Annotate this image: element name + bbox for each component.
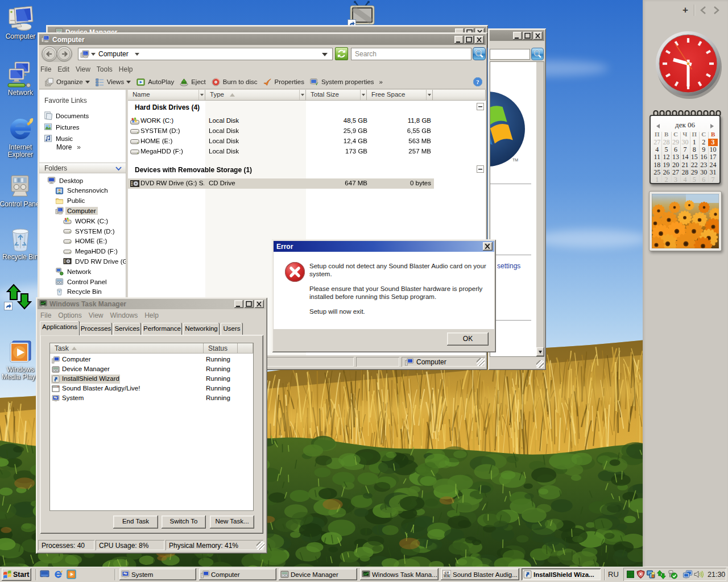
dvd-row-selected[interactable]: DVD RW Drive (G:) S... CD Drive 647 MB 0… (128, 178, 434, 189)
quick-launch-ie-small[interactable] (53, 569, 64, 580)
calendar-day[interactable]: 12 (661, 153, 671, 161)
favorite-link-pictures[interactable]: Pictures (43, 122, 123, 132)
sidebar-add-gadget-button[interactable]: + (680, 5, 690, 16)
task-row-device-manager[interactable]: Device Manager Running (51, 365, 252, 375)
calendar-day[interactable]: 10 (708, 146, 717, 153)
search-box[interactable]: Search (351, 48, 471, 60)
tree-item-public[interactable]: Public (55, 196, 86, 206)
tray-monitors-tray-icon[interactable] (683, 570, 692, 579)
calendar-day[interactable]: 17 (708, 153, 717, 161)
favorites-more-link[interactable]: More» (56, 143, 80, 151)
address-chevron-icon[interactable] (91, 53, 96, 58)
column-header-type[interactable]: Type (205, 90, 306, 101)
task-row-installshield-wizard[interactable]: InstallShield Wizard Running (51, 375, 252, 384)
system-search-field[interactable] (490, 49, 530, 60)
calendar-day[interactable]: 21 (680, 161, 689, 169)
calendar-day[interactable]: 16 (699, 153, 708, 161)
column-filter-dropdown[interactable] (426, 90, 432, 100)
tree-item-schensnovich[interactable]: Schensnovich (55, 186, 109, 196)
calendar-day[interactable]: 6 (699, 176, 708, 184)
calendar-day[interactable]: 4 (652, 146, 661, 153)
quick-launch-show-desktop[interactable] (40, 569, 50, 580)
calendar-day[interactable]: 6 (671, 146, 680, 153)
tree-item-network[interactable]: Network (55, 267, 92, 276)
column-header-task[interactable]: Task (50, 343, 204, 354)
column-header-free-space[interactable]: Free Space (367, 90, 433, 101)
taskbar-button-system[interactable]: System (119, 568, 196, 580)
address-segment-chevron-icon[interactable] (135, 53, 139, 58)
system-resize-grip[interactable] (536, 360, 544, 368)
calendar-day[interactable]: 2 (661, 176, 671, 184)
menu-help[interactable]: Help (118, 64, 138, 74)
tree-item-control-panel[interactable]: Control Panel (55, 277, 108, 286)
address-dropdown-icon[interactable] (322, 53, 328, 59)
tray-grid-tray-icon[interactable] (626, 570, 635, 579)
tab-performance[interactable]: Performance (142, 323, 182, 335)
calendar-day[interactable]: 9 (699, 146, 708, 153)
sidebar-prev-icon[interactable] (698, 6, 709, 15)
system-scroll-down-button[interactable] (536, 347, 544, 356)
toolbar--[interactable]: » (377, 77, 386, 86)
language-indicator[interactable]: RU (608, 570, 619, 579)
tree-item-recycle-bin[interactable]: Recycle Bin (55, 287, 103, 297)
tree-item-home-e-[interactable]: HOME (E:) (63, 236, 108, 246)
calendar-day[interactable]: 7 (708, 176, 717, 184)
taskmgr-resize-grip[interactable] (257, 542, 264, 550)
task-row-system[interactable]: System Running (51, 394, 252, 404)
tab-networking[interactable]: Networking (183, 323, 220, 335)
menu-edit[interactable]: Edit (56, 64, 74, 74)
quick-launch-wmp-small[interactable] (67, 569, 77, 580)
calendar-day[interactable]: 25 (652, 169, 661, 176)
system-minimize-button[interactable] (513, 32, 522, 40)
desktop-icon-updown[interactable] (0, 283, 41, 310)
taskmgr-menu-help[interactable]: Help (142, 310, 163, 321)
calendar-day[interactable]: 18 (652, 161, 661, 169)
start-button[interactable]: Start (2, 568, 31, 581)
calendar-day[interactable]: 7 (680, 146, 689, 153)
desktop-icon-computer[interactable]: Computer (0, 5, 42, 40)
system-window-titlebar[interactable] (490, 30, 544, 41)
group-collapse-button[interactable] (477, 165, 484, 173)
tree-item-desktop[interactable]: Desktop (47, 176, 84, 185)
task-row-computer[interactable]: Computer Running (51, 355, 252, 365)
group-collapse-button[interactable] (477, 103, 484, 110)
system-settings-link[interactable]: settings (497, 262, 520, 270)
toolbar-autoplay[interactable]: AutoPlay (134, 76, 177, 88)
calendar-day[interactable]: 19 (661, 161, 671, 169)
calendar-day[interactable]: 5 (690, 176, 699, 184)
taskmgr-maximize-button[interactable] (245, 300, 254, 308)
column-header-name[interactable]: Name (128, 90, 205, 101)
computer-window-titlebar[interactable]: Computer (39, 34, 486, 45)
toolbar-system-properties[interactable]: System properties (307, 76, 377, 88)
toolbar-organize[interactable]: Organize (42, 76, 93, 88)
desktop-icon-internet-explorer[interactable]: Internet Explorer (0, 115, 42, 159)
taskbar-button-computer[interactable]: Computer (199, 568, 276, 580)
system-window[interactable]: TM settings (488, 28, 546, 370)
system-search-button[interactable] (531, 48, 544, 60)
calendar-day[interactable]: 15 (690, 153, 699, 161)
task-manager-window[interactable]: Windows Task Manager FileOptionsViewWind… (36, 297, 267, 554)
tree-item-dvd-rw-drive-g-s[interactable]: DVD RW Drive (G:) S (63, 256, 126, 266)
tray-speaker-tray-icon[interactable] (694, 569, 704, 579)
forward-button[interactable] (57, 47, 72, 61)
menu-tools[interactable]: Tools (96, 64, 117, 74)
calendar-day[interactable]: 31 (708, 169, 717, 176)
menu-file[interactable]: File (39, 64, 56, 74)
taskbar-clock[interactable]: 21:30 (708, 571, 725, 579)
desktop-icon-tv[interactable] (349, 1, 377, 28)
calendar-day[interactable]: 4 (680, 176, 689, 184)
tab-users[interactable]: Users (221, 323, 243, 335)
desktop-icon-recycle-bin[interactable]: Recycle Bin (0, 225, 42, 261)
calendar-day[interactable]: 8 (690, 146, 699, 153)
folders-chevron-icon[interactable] (115, 167, 122, 171)
calendar-day[interactable]: 30 (699, 169, 708, 176)
refresh-button[interactable] (335, 47, 348, 62)
calendar-day[interactable]: 29 (690, 169, 699, 176)
calendar-day[interactable]: 13 (671, 153, 680, 161)
tray-shield-tray-icon[interactable] (636, 570, 645, 579)
calendar-day[interactable]: 1 (652, 176, 661, 184)
tray-usb-tray-icon[interactable] (668, 569, 677, 579)
calendar-day[interactable]: 3 (671, 176, 680, 184)
tree-item-work-c-[interactable]: WORK (C:) (63, 216, 109, 226)
taskmgr-minimize-button[interactable] (234, 300, 243, 308)
